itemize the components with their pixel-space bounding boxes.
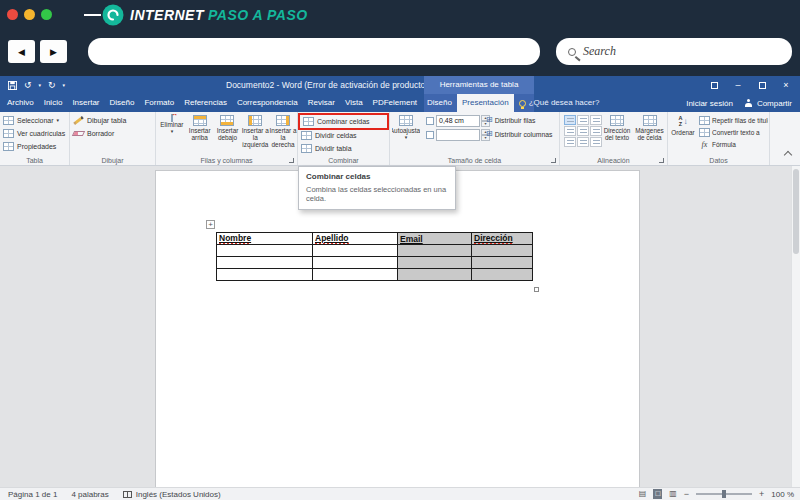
redo-icon[interactable]: ↻ bbox=[48, 81, 56, 90]
dividir-celdas-button[interactable]: Dividir celdas bbox=[298, 129, 389, 142]
traffic-light-zoom[interactable] bbox=[41, 9, 52, 20]
zoom-slider-thumb[interactable] bbox=[722, 490, 726, 498]
document-page[interactable]: + Nombre Apellido Email Dirección bbox=[155, 170, 640, 487]
direccion-texto-button[interactable]: Dirección del texto bbox=[602, 114, 632, 154]
table-cell-selected[interactable] bbox=[472, 245, 533, 257]
table-cell[interactable] bbox=[217, 257, 313, 269]
minimize-button[interactable]: – bbox=[726, 76, 750, 94]
save-icon[interactable] bbox=[8, 81, 17, 90]
ribbon-options-icon[interactable] bbox=[702, 76, 726, 94]
repetir-filas-titulo-button[interactable]: Repetir filas de título bbox=[698, 114, 768, 126]
table-cell[interactable]: Apellido bbox=[313, 233, 398, 245]
distribuir-filas-button[interactable]: ⊞ Distribuir filas bbox=[486, 116, 536, 124]
insertar-debajo-button[interactable]: Insertar debajo bbox=[214, 114, 242, 154]
share-button[interactable]: Compartir bbox=[745, 99, 792, 108]
tab-revisar[interactable]: Revisar bbox=[303, 94, 340, 112]
tab-presentacion[interactable]: Presentación bbox=[457, 94, 514, 112]
insertar-derecha-button[interactable]: Insertar a la derecha bbox=[269, 114, 297, 154]
convertir-texto-button[interactable]: Convertir texto a bbox=[698, 126, 768, 138]
table-cell-selected[interactable] bbox=[472, 269, 533, 281]
column-width-input[interactable] bbox=[436, 129, 480, 141]
insertar-izquierda-button[interactable]: Insertar a la izquierda bbox=[241, 114, 269, 154]
propiedades-button[interactable]: Propiedades bbox=[0, 140, 69, 153]
combinar-celdas-button[interactable]: Combinar celdas bbox=[300, 115, 387, 128]
table-cell[interactable] bbox=[313, 257, 398, 269]
zoom-slider[interactable] bbox=[696, 493, 752, 495]
tab-inicio[interactable]: Inicio bbox=[39, 94, 68, 112]
ver-cuadriculas-button[interactable]: Ver cuadrículas bbox=[0, 127, 69, 140]
tab-pdfelement[interactable]: PDFelement bbox=[368, 94, 422, 112]
tab-referencias[interactable]: Referencias bbox=[179, 94, 232, 112]
tab-formato[interactable]: Formato bbox=[139, 94, 179, 112]
table-cell-selected[interactable]: Dirección bbox=[472, 233, 533, 245]
formula-button[interactable]: fx Fórmula bbox=[698, 138, 768, 150]
seleccionar-button[interactable]: Seleccionar ▾ bbox=[0, 114, 69, 127]
align-bottom-right-button[interactable] bbox=[590, 137, 602, 147]
dialog-launcher-icon[interactable] bbox=[551, 158, 556, 163]
align-top-left-button[interactable] bbox=[564, 115, 576, 125]
search-box[interactable]: Search bbox=[556, 38, 792, 65]
table-resize-handle[interactable] bbox=[534, 287, 539, 292]
scrollbar-thumb[interactable] bbox=[793, 169, 799, 254]
tab-insertar[interactable]: Insertar bbox=[67, 94, 104, 112]
table-cell-selected[interactable] bbox=[398, 245, 472, 257]
ordenar-button[interactable]: AZ ↓ Ordenar bbox=[670, 114, 696, 154]
tab-vista[interactable]: Vista bbox=[340, 94, 368, 112]
autoajustar-button[interactable]: Autoajustar ▾ bbox=[392, 114, 420, 154]
table-row[interactable] bbox=[217, 245, 533, 257]
back-button[interactable]: ◀ bbox=[8, 40, 35, 63]
table-row[interactable] bbox=[217, 269, 533, 281]
tab-correspondencia[interactable]: Correspondencia bbox=[232, 94, 303, 112]
align-center-button[interactable] bbox=[577, 126, 589, 136]
maximize-button[interactable] bbox=[750, 76, 774, 94]
table-move-handle[interactable]: + bbox=[206, 220, 215, 229]
row-height-input[interactable]: 0,48 cm bbox=[436, 115, 480, 127]
forward-button[interactable]: ▶ bbox=[40, 40, 67, 63]
zoom-level[interactable]: 100 % bbox=[771, 490, 794, 499]
dibujar-tabla-button[interactable]: Dibujar tabla bbox=[70, 114, 155, 127]
distribuir-columnas-button[interactable]: ⊞ Distribuir columnas bbox=[486, 130, 553, 138]
traffic-light-minimize[interactable] bbox=[24, 9, 35, 20]
qat-customize-icon[interactable]: ▾ bbox=[63, 83, 66, 88]
table-cell[interactable] bbox=[217, 245, 313, 257]
page-count[interactable]: Página 1 de 1 bbox=[8, 490, 57, 499]
table-cell[interactable] bbox=[217, 269, 313, 281]
dialog-launcher-icon[interactable] bbox=[659, 158, 664, 163]
vertical-scrollbar[interactable] bbox=[791, 166, 800, 487]
table-cell-selected[interactable] bbox=[398, 257, 472, 269]
word-count[interactable]: 4 palabras bbox=[71, 490, 108, 499]
zoom-in-button[interactable]: + bbox=[759, 490, 764, 499]
print-layout-icon[interactable]: □ bbox=[653, 489, 662, 499]
language-status[interactable]: Inglés (Estados Unidos) bbox=[123, 490, 221, 499]
borrador-button[interactable]: Borrador bbox=[70, 127, 155, 140]
close-button[interactable]: × bbox=[774, 76, 798, 94]
align-center-left-button[interactable] bbox=[564, 126, 576, 136]
eliminar-button[interactable]: × Eliminar ▾ bbox=[158, 114, 186, 154]
align-top-right-button[interactable] bbox=[590, 115, 602, 125]
table-cell-selected[interactable] bbox=[398, 269, 472, 281]
table-cell-selected[interactable] bbox=[472, 257, 533, 269]
table-cell[interactable] bbox=[313, 245, 398, 257]
collapse-ribbon-icon[interactable] bbox=[784, 151, 792, 159]
address-bar[interactable] bbox=[88, 38, 540, 65]
align-bottom-left-button[interactable] bbox=[564, 137, 576, 147]
tab-tell-me[interactable]: ¿Qué desea hacer? bbox=[514, 94, 605, 112]
table-cell[interactable]: Nombre bbox=[217, 233, 313, 245]
table-cell[interactable] bbox=[313, 269, 398, 281]
document-table[interactable]: Nombre Apellido Email Dirección bbox=[216, 232, 533, 281]
tab-diseno[interactable]: Diseño bbox=[105, 94, 140, 112]
tab-diseno-tabla[interactable]: Diseño bbox=[422, 94, 457, 112]
table-cell-selected[interactable]: Email bbox=[398, 233, 472, 245]
tab-archivo[interactable]: Archivo bbox=[2, 94, 39, 112]
table-header-row[interactable]: Nombre Apellido Email Dirección bbox=[217, 233, 533, 245]
align-center-right-button[interactable] bbox=[590, 126, 602, 136]
zoom-out-button[interactable]: − bbox=[684, 490, 689, 499]
traffic-light-close[interactable] bbox=[7, 9, 18, 20]
insertar-arriba-button[interactable]: Insertar arriba bbox=[186, 114, 214, 154]
undo-icon[interactable]: ↺ bbox=[24, 81, 32, 90]
margenes-celda-button[interactable]: Márgenes de celda bbox=[634, 114, 665, 154]
dividir-tabla-button[interactable]: Dividir tabla bbox=[298, 142, 389, 155]
dialog-launcher-icon[interactable] bbox=[289, 158, 294, 163]
undo-dropdown-icon[interactable]: ▾ bbox=[39, 83, 42, 88]
read-mode-icon[interactable]: ▤ bbox=[639, 490, 647, 498]
